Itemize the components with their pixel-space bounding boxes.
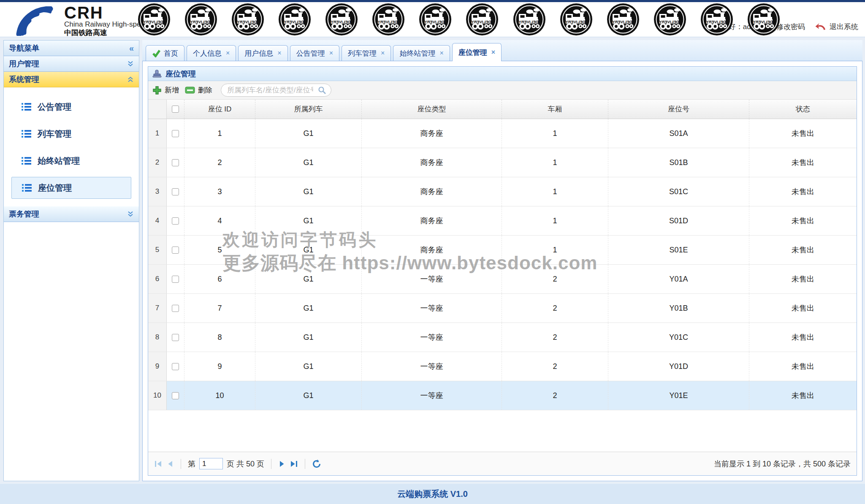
checkbox-cell: [167, 352, 184, 381]
cell-seat-id: 6: [184, 265, 255, 293]
table-row[interactable]: 8 8 G1 一等座 2 Y01C 未售出: [148, 323, 857, 352]
sidebar-item-seat[interactable]: 座位管理: [11, 177, 131, 199]
first-page-button[interactable]: [154, 460, 163, 468]
cell-type: 商务座: [362, 177, 502, 206]
refresh-button[interactable]: [312, 459, 321, 469]
cell-type: 一等座: [362, 323, 502, 352]
tab-announce[interactable]: 公告管理 ×: [290, 45, 339, 61]
cell-status: 未售出: [749, 148, 857, 177]
last-page-button[interactable]: [290, 460, 298, 468]
train-delivery-stamp-icon: DELIVERY: [184, 3, 217, 36]
row-checkbox[interactable]: [172, 159, 179, 166]
add-button[interactable]: 新增: [152, 85, 179, 95]
row-checkbox[interactable]: [172, 334, 179, 341]
chevron-double-down-icon: [127, 60, 134, 67]
row-checkbox[interactable]: [172, 188, 179, 195]
sidebar-item-announce[interactable]: 公告管理: [4, 93, 139, 120]
checkbox-cell: [167, 294, 184, 322]
cell-seat-id: 2: [184, 148, 255, 177]
row-checkbox[interactable]: [172, 305, 179, 312]
sidebar-group-user[interactable]: 用户管理: [4, 56, 139, 72]
col-car[interactable]: 车厢: [502, 100, 608, 119]
cell-car: 2: [502, 323, 608, 352]
train-delivery-stamp-icon: DELIVERY: [466, 3, 499, 36]
cell-type: 商务座: [362, 119, 502, 148]
system-submenu: 公告管理 列车管理 始终站管理 座位管理: [4, 87, 139, 206]
tab-home[interactable]: 首页: [146, 45, 184, 61]
change-password-link[interactable]: 修改密码: [776, 22, 805, 32]
sidebar-item-train[interactable]: 列车管理: [4, 120, 139, 147]
close-icon[interactable]: ×: [329, 49, 333, 57]
tab-bar: 首页 个人信息 × 用户信息 × 公告管理 × 列车管理 × 始终站管理 ×: [142, 40, 862, 61]
prev-page-button[interactable]: [166, 460, 174, 468]
checkbox-cell: [167, 177, 184, 206]
group-label: 系统管理: [9, 74, 39, 84]
chevron-double-down-icon: [127, 211, 134, 217]
cell-train: G1: [255, 177, 362, 206]
app-header: CRH China Railway High-speed 中国铁路高速 您好：a…: [0, 2, 865, 37]
logout-link[interactable]: 退出系统: [830, 22, 858, 32]
close-icon[interactable]: ×: [491, 49, 495, 56]
table-row[interactable]: 5 5 G1 商务座 1 S01E 未售出: [148, 236, 857, 265]
item-label: 始终站管理: [38, 155, 80, 167]
tab-station[interactable]: 始终站管理 ×: [393, 45, 450, 61]
sidebar-item-station[interactable]: 始终站管理: [4, 147, 139, 174]
cell-seat-no: S01A: [608, 119, 749, 148]
row-checkbox[interactable]: [172, 276, 179, 283]
sidebar-group-ticket[interactable]: 票务管理: [4, 206, 139, 222]
svg-text:DELIVERY: DELIVERY: [237, 19, 257, 24]
collapse-sidebar-icon[interactable]: «: [129, 43, 134, 53]
row-checkbox[interactable]: [172, 392, 179, 399]
row-checkbox[interactable]: [172, 363, 179, 370]
col-status[interactable]: 状态: [749, 100, 857, 119]
select-all-checkbox[interactable]: [172, 106, 179, 113]
table-row[interactable]: 3 3 G1 商务座 1 S01C 未售出: [148, 177, 857, 206]
table-row[interactable]: 2 2 G1 商务座 1 S01B 未售出: [148, 148, 857, 177]
close-icon[interactable]: ×: [439, 49, 443, 57]
col-train[interactable]: 所属列车: [255, 100, 362, 119]
next-page-button[interactable]: [278, 460, 286, 468]
checkbox-cell: [167, 323, 184, 352]
col-seat-no[interactable]: 座位号: [608, 100, 749, 119]
tab-seat[interactable]: 座位管理 ×: [452, 43, 502, 61]
panel-title-bar: 座位管理: [148, 67, 857, 81]
sidebar-group-system[interactable]: 系统管理: [4, 72, 139, 87]
col-seat-id[interactable]: 座位 ID: [184, 100, 255, 119]
row-checkbox[interactable]: [172, 247, 179, 254]
checkbox-cell: [167, 236, 184, 264]
tab-user-info[interactable]: 用户信息 ×: [238, 45, 287, 61]
search-icon[interactable]: [318, 86, 326, 95]
train-delivery-stamp-icon: DELIVERY: [607, 3, 640, 36]
seat-panel: 座位管理 新增 删除: [148, 66, 857, 476]
cell-seat-id: 7: [184, 294, 255, 322]
row-checkbox[interactable]: [172, 130, 179, 137]
row-number-header: [148, 100, 167, 119]
record-count-info: 当前显示 1 到 10 条记录，共 500 条记录: [714, 459, 851, 469]
table-row[interactable]: 7 7 G1 一等座 2 Y01B 未售出: [148, 294, 857, 323]
svg-text:DELIVERY: DELIVERY: [143, 19, 163, 24]
close-icon[interactable]: ×: [381, 49, 385, 57]
panel-title: 座位管理: [165, 69, 196, 79]
table-row[interactable]: 10 10 G1 一等座 2 Y01E 未售出: [148, 381, 857, 410]
train-delivery-stamp-icon: DELIVERY: [231, 3, 264, 36]
row-checkbox[interactable]: [172, 217, 179, 225]
cell-seat-no: S01D: [608, 206, 749, 235]
delete-button[interactable]: 删除: [185, 85, 212, 95]
table-row[interactable]: 1 1 G1 商务座 1 S01A 未售出: [148, 119, 857, 148]
cell-status: 未售出: [749, 352, 857, 381]
col-type[interactable]: 座位类型: [362, 100, 502, 119]
cell-train: G1: [255, 352, 362, 381]
search-input[interactable]: [221, 84, 331, 97]
cell-car: 1: [502, 236, 608, 264]
table-row[interactable]: 9 9 G1 一等座 2 Y01D 未售出: [148, 352, 857, 381]
table-row[interactable]: 4 4 G1 商务座 1 S01D 未售出: [148, 206, 857, 236]
tab-profile[interactable]: 个人信息 ×: [187, 45, 236, 61]
cell-status: 未售出: [749, 294, 857, 322]
close-icon[interactable]: ×: [226, 49, 230, 57]
close-icon[interactable]: ×: [277, 49, 281, 57]
table-row[interactable]: 6 6 G1 一等座 2 Y01A 未售出: [148, 265, 857, 294]
page-input[interactable]: [199, 458, 223, 469]
cell-car: 1: [502, 206, 608, 235]
cell-seat-no: Y01E: [608, 381, 749, 410]
tab-train[interactable]: 列车管理 ×: [342, 45, 391, 61]
